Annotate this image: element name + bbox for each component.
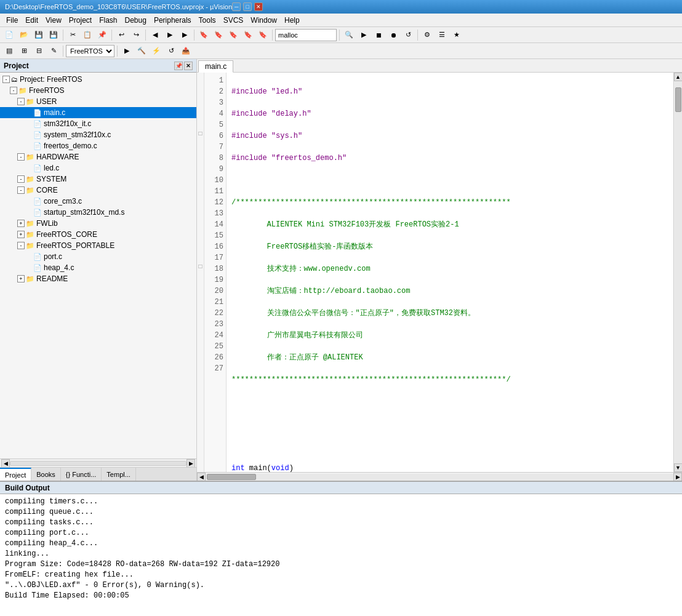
options-button[interactable]: ☰	[435, 28, 449, 42]
tree-toggle-system[interactable]: -	[17, 175, 25, 183]
reset-button[interactable]: ↺	[401, 28, 415, 42]
menu-item-flash[interactable]: Flash	[95, 15, 121, 26]
project-pin-button[interactable]: 📌	[174, 62, 183, 70]
editor-vscroll-track[interactable]	[675, 81, 682, 463]
nav-fwd-button[interactable]: ▶	[163, 28, 177, 42]
bookmark2-button[interactable]: 🔖	[212, 28, 225, 42]
menu-item-tools[interactable]: Tools	[195, 15, 220, 26]
tree-item-system-folder[interactable]: - 📁 SYSTEM	[0, 174, 196, 185]
redo-button[interactable]: ↪	[129, 28, 143, 42]
tree-item-heap4[interactable]: 📄 heap_4.c	[0, 262, 196, 273]
tree-toggle-root[interactable]: -	[2, 76, 10, 83]
paste-button[interactable]: 📌	[95, 28, 109, 42]
editor-scroll-up[interactable]: ▲	[674, 73, 683, 81]
tb2-btn9[interactable]: 📤	[179, 44, 193, 58]
editor-scroll-right[interactable]: ▶	[673, 473, 682, 481]
close-button[interactable]: ✕	[254, 2, 263, 11]
tree-toggle-readme[interactable]: +	[17, 275, 25, 282]
cut-button[interactable]: ✂	[66, 28, 79, 42]
target-dropdown[interactable]: FreeRTOS	[66, 45, 114, 57]
tb2-btn4[interactable]: ✎	[47, 44, 60, 58]
tree-item-frtos-portable[interactable]: - 📁 FreeRTOS_PORTABLE	[0, 240, 196, 251]
tree-item-led[interactable]: 📄 led.c	[0, 162, 196, 174]
menu-item-view[interactable]: View	[42, 15, 65, 26]
tree-item-hardware[interactable]: - 📁 HARDWARE	[0, 151, 196, 162]
bookmark5-button[interactable]: 🔖	[256, 28, 270, 42]
project-scroll-right[interactable]: ▶	[187, 459, 195, 468]
nav-fwd2-button[interactable]: ▶	[178, 28, 191, 42]
search-input[interactable]	[275, 29, 337, 41]
tab-templates[interactable]: Templ...	[102, 468, 136, 481]
config-button[interactable]: ⚙	[420, 28, 434, 42]
project-hscroll-track[interactable]	[10, 461, 187, 466]
copy-button[interactable]: 📋	[81, 28, 94, 42]
tree-item-port[interactable]: 📄 port.c	[0, 251, 196, 262]
bookmark4-button[interactable]: 🔖	[241, 28, 255, 42]
minimize-button[interactable]: ─	[232, 2, 241, 11]
editor-vscroll-thumb[interactable]	[675, 87, 681, 112]
tree-item-stm32it[interactable]: 📄 stm32f10x_it.c	[0, 118, 196, 129]
tree-toggle-user[interactable]: -	[17, 98, 25, 105]
tb2-btn2[interactable]: ⊞	[17, 44, 31, 58]
tree-toggle-core[interactable]: -	[17, 186, 25, 194]
stop-button[interactable]: ⏹	[372, 28, 385, 42]
tree-item-fwlib[interactable]: + 📁 FWLib	[0, 218, 196, 229]
tree-item-freertos-demo[interactable]: 📄 freertos_demo.c	[0, 140, 196, 151]
tb2-btn3[interactable]: ⊟	[32, 44, 46, 58]
save-all-button[interactable]: 💾	[47, 28, 60, 42]
tree-item-core-cm3[interactable]: 📄 core_cm3.c	[0, 196, 196, 207]
editor-hscroll-track[interactable]	[206, 474, 673, 480]
editor-scroll-down[interactable]: ▼	[674, 463, 683, 472]
project-scroll-left[interactable]: ◀	[1, 459, 10, 468]
tb2-btn6[interactable]: 🔨	[135, 44, 148, 58]
save-button[interactable]: 💾	[32, 28, 46, 42]
editor-tab-main-c[interactable]: main.c	[198, 60, 233, 73]
menu-item-peripherals[interactable]: Peripherals	[150, 15, 195, 26]
search-button[interactable]: 🔍	[342, 28, 356, 42]
tree-item-user[interactable]: - 📁 USER	[0, 96, 196, 107]
maximize-button[interactable]: □	[243, 2, 252, 11]
build-output-content[interactable]: compiling timers.c... compiling queue.c.…	[0, 494, 682, 616]
tool2-button[interactable]: ▶	[357, 28, 371, 42]
menu-item-help[interactable]: Help	[281, 15, 303, 26]
tree-item-core[interactable]: - 📁 CORE	[0, 185, 196, 196]
tree-toggle-frtos-portable[interactable]: -	[17, 242, 25, 249]
bookmark3-button[interactable]: 🔖	[227, 28, 240, 42]
tree-item-readme[interactable]: + 📁 README	[0, 273, 196, 284]
menu-item-svcs[interactable]: SVCS	[220, 15, 247, 26]
marker-19[interactable]: □	[197, 261, 204, 272]
tb2-btn1[interactable]: ▤	[2, 44, 16, 58]
project-close-button[interactable]: ✕	[184, 62, 193, 70]
menu-item-edit[interactable]: Edit	[22, 15, 42, 26]
nav-back-button[interactable]: ◀	[148, 28, 162, 42]
tree-toggle-hardware[interactable]: -	[17, 153, 25, 161]
tree-item-project-root[interactable]: - 🗂 Project: FreeRTOS	[0, 74, 196, 85]
code-content[interactable]: #include "led.h" #include "delay.h" #inc…	[227, 73, 673, 472]
menu-item-file[interactable]: File	[2, 15, 22, 26]
tree-toggle-freertos[interactable]: -	[10, 87, 17, 94]
editor-scroll-left[interactable]: ◀	[197, 473, 206, 481]
menu-item-debug[interactable]: Debug	[121, 15, 150, 26]
tb2-btn7[interactable]: ⚡	[150, 44, 163, 58]
tree-item-frtos-core[interactable]: + 📁 FreeRTOS_CORE	[0, 229, 196, 240]
tree-item-startup[interactable]: 📄 startup_stm32f10x_md.s	[0, 207, 196, 218]
tree-toggle-frtos-core[interactable]: +	[17, 231, 25, 238]
step-button[interactable]: ⏺	[387, 28, 400, 42]
tab-books[interactable]: Books	[31, 468, 61, 481]
tree-item-main-c[interactable]: 📄 main.c	[0, 107, 196, 118]
extra-button[interactable]: ★	[450, 28, 463, 42]
tab-project[interactable]: Project	[0, 468, 31, 481]
open-button[interactable]: 📂	[17, 28, 31, 42]
tab-functions[interactable]: {} Functi...	[61, 468, 102, 481]
tb2-btn8[interactable]: ↺	[164, 44, 178, 58]
tb2-btn5[interactable]: ▶	[120, 44, 134, 58]
tree-toggle-fwlib[interactable]: +	[17, 220, 25, 227]
marker-6[interactable]: □	[197, 128, 204, 139]
new-button[interactable]: 📄	[2, 28, 16, 42]
menu-item-window[interactable]: Window	[247, 15, 281, 26]
editor-hscroll-thumb[interactable]	[207, 474, 256, 480]
tree-item-system[interactable]: 📄 system_stm32f10x.c	[0, 129, 196, 140]
bookmark-button[interactable]: 🔖	[197, 28, 211, 42]
undo-button[interactable]: ↩	[114, 28, 128, 42]
menu-item-project[interactable]: Project	[65, 15, 95, 26]
